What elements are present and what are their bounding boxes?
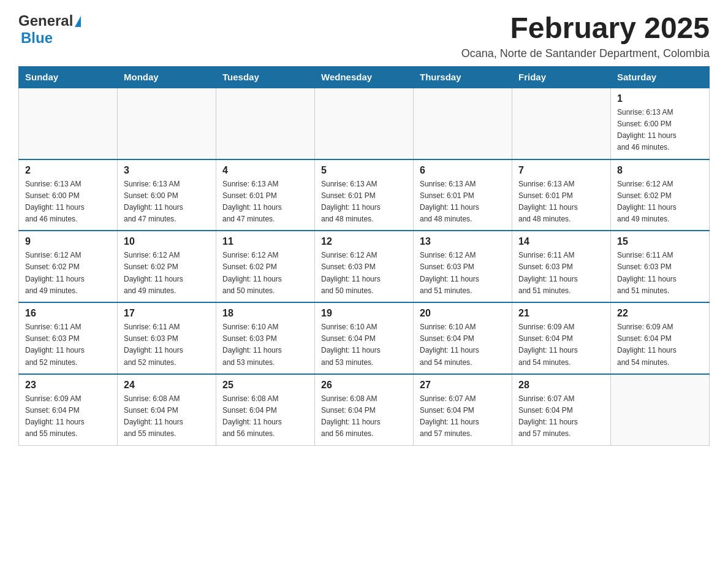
day-info: Sunrise: 6:11 AMSunset: 6:03 PMDaylight:… — [518, 250, 604, 297]
day-number: 14 — [518, 236, 604, 247]
day-number: 9 — [25, 236, 111, 247]
day-info: Sunrise: 6:07 AMSunset: 6:04 PMDaylight:… — [518, 393, 604, 440]
calendar-week-row: 1Sunrise: 6:13 AMSunset: 6:00 PMDaylight… — [19, 88, 710, 159]
calendar-day-cell — [118, 88, 216, 159]
col-wednesday: Wednesday — [315, 66, 414, 88]
calendar-day-cell: 7Sunrise: 6:13 AMSunset: 6:01 PMDaylight… — [512, 159, 611, 231]
day-info: Sunrise: 6:09 AMSunset: 6:04 PMDaylight:… — [617, 321, 703, 369]
page-header: General Blue February 2025 Ocana, Norte … — [18, 12, 710, 60]
calendar-week-row: 16Sunrise: 6:11 AMSunset: 6:03 PMDayligh… — [19, 302, 710, 374]
calendar-day-cell: 28Sunrise: 6:07 AMSunset: 6:04 PMDayligh… — [512, 374, 611, 445]
calendar-week-row: 23Sunrise: 6:09 AMSunset: 6:04 PMDayligh… — [19, 374, 710, 445]
calendar-day-cell: 2Sunrise: 6:13 AMSunset: 6:00 PMDaylight… — [19, 159, 118, 231]
calendar-day-cell: 6Sunrise: 6:13 AMSunset: 6:01 PMDaylight… — [414, 159, 512, 231]
calendar-day-cell: 11Sunrise: 6:12 AMSunset: 6:02 PMDayligh… — [216, 231, 315, 302]
day-number: 25 — [222, 380, 308, 391]
day-number: 7 — [518, 165, 604, 176]
calendar-day-cell: 16Sunrise: 6:11 AMSunset: 6:03 PMDayligh… — [19, 302, 118, 374]
col-tuesday: Tuesday — [216, 66, 315, 88]
location-subtitle: Ocana, Norte de Santander Department, Co… — [461, 47, 710, 60]
calendar-day-cell: 24Sunrise: 6:08 AMSunset: 6:04 PMDayligh… — [118, 374, 216, 445]
calendar-day-cell: 25Sunrise: 6:08 AMSunset: 6:04 PMDayligh… — [216, 374, 315, 445]
calendar-day-cell: 27Sunrise: 6:07 AMSunset: 6:04 PMDayligh… — [414, 374, 512, 445]
calendar-day-cell: 17Sunrise: 6:11 AMSunset: 6:03 PMDayligh… — [118, 302, 216, 374]
month-title: February 2025 — [461, 12, 710, 45]
calendar-day-cell: 5Sunrise: 6:13 AMSunset: 6:01 PMDaylight… — [315, 159, 414, 231]
col-thursday: Thursday — [414, 66, 512, 88]
calendar-day-cell: 14Sunrise: 6:11 AMSunset: 6:03 PMDayligh… — [512, 231, 611, 302]
calendar-day-cell — [19, 88, 118, 159]
logo-triangle-icon — [75, 16, 81, 27]
calendar-day-cell: 26Sunrise: 6:08 AMSunset: 6:04 PMDayligh… — [315, 374, 414, 445]
calendar-day-cell — [512, 88, 611, 159]
day-number: 27 — [420, 380, 506, 391]
logo: General Blue — [18, 12, 81, 47]
day-number: 6 — [420, 165, 506, 176]
calendar-day-cell: 21Sunrise: 6:09 AMSunset: 6:04 PMDayligh… — [512, 302, 611, 374]
calendar-day-cell: 23Sunrise: 6:09 AMSunset: 6:04 PMDayligh… — [19, 374, 118, 445]
logo-general-text: General — [18, 12, 73, 29]
day-number: 8 — [617, 165, 703, 176]
calendar-day-cell: 1Sunrise: 6:13 AMSunset: 6:00 PMDaylight… — [611, 88, 710, 159]
calendar-day-cell — [414, 88, 512, 159]
calendar-day-cell: 3Sunrise: 6:13 AMSunset: 6:00 PMDaylight… — [118, 159, 216, 231]
day-number: 18 — [222, 308, 308, 319]
calendar-day-cell: 18Sunrise: 6:10 AMSunset: 6:03 PMDayligh… — [216, 302, 315, 374]
day-info: Sunrise: 6:08 AMSunset: 6:04 PMDaylight:… — [321, 393, 407, 440]
day-number: 15 — [617, 236, 703, 247]
day-number: 12 — [321, 236, 407, 247]
calendar-day-cell: 12Sunrise: 6:12 AMSunset: 6:03 PMDayligh… — [315, 231, 414, 302]
calendar-day-cell: 15Sunrise: 6:11 AMSunset: 6:03 PMDayligh… — [611, 231, 710, 302]
day-number: 20 — [420, 308, 506, 319]
day-info: Sunrise: 6:12 AMSunset: 6:02 PMDaylight:… — [222, 250, 308, 297]
calendar-day-cell: 19Sunrise: 6:10 AMSunset: 6:04 PMDayligh… — [315, 302, 414, 374]
calendar-day-cell: 8Sunrise: 6:12 AMSunset: 6:02 PMDaylight… — [611, 159, 710, 231]
day-number: 21 — [518, 308, 604, 319]
day-number: 23 — [25, 380, 111, 391]
day-info: Sunrise: 6:13 AMSunset: 6:01 PMDaylight:… — [222, 178, 308, 226]
calendar-day-cell — [315, 88, 414, 159]
day-number: 16 — [25, 308, 111, 319]
day-info: Sunrise: 6:09 AMSunset: 6:04 PMDaylight:… — [518, 321, 604, 369]
day-info: Sunrise: 6:13 AMSunset: 6:01 PMDaylight:… — [321, 178, 407, 226]
calendar-day-cell: 9Sunrise: 6:12 AMSunset: 6:02 PMDaylight… — [19, 231, 118, 302]
day-number: 19 — [321, 308, 407, 319]
calendar-table: Sunday Monday Tuesday Wednesday Thursday… — [18, 66, 710, 446]
col-monday: Monday — [118, 66, 216, 88]
day-info: Sunrise: 6:13 AMSunset: 6:00 PMDaylight:… — [617, 107, 703, 154]
day-info: Sunrise: 6:11 AMSunset: 6:03 PMDaylight:… — [25, 321, 111, 369]
day-info: Sunrise: 6:13 AMSunset: 6:01 PMDaylight:… — [518, 178, 604, 226]
calendar-day-cell: 10Sunrise: 6:12 AMSunset: 6:02 PMDayligh… — [118, 231, 216, 302]
calendar-day-cell — [216, 88, 315, 159]
calendar-header-row: Sunday Monday Tuesday Wednesday Thursday… — [19, 66, 710, 88]
col-saturday: Saturday — [611, 66, 710, 88]
day-info: Sunrise: 6:13 AMSunset: 6:01 PMDaylight:… — [420, 178, 506, 226]
day-number: 17 — [124, 308, 210, 319]
day-info: Sunrise: 6:12 AMSunset: 6:02 PMDaylight:… — [124, 250, 210, 297]
day-number: 11 — [222, 236, 308, 247]
day-info: Sunrise: 6:12 AMSunset: 6:02 PMDaylight:… — [25, 250, 111, 297]
calendar-day-cell: 22Sunrise: 6:09 AMSunset: 6:04 PMDayligh… — [611, 302, 710, 374]
day-info: Sunrise: 6:08 AMSunset: 6:04 PMDaylight:… — [124, 393, 210, 440]
day-number: 2 — [25, 165, 111, 176]
day-info: Sunrise: 6:09 AMSunset: 6:04 PMDaylight:… — [25, 393, 111, 440]
day-info: Sunrise: 6:10 AMSunset: 6:03 PMDaylight:… — [222, 321, 308, 369]
day-info: Sunrise: 6:12 AMSunset: 6:03 PMDaylight:… — [321, 250, 407, 297]
day-info: Sunrise: 6:12 AMSunset: 6:02 PMDaylight:… — [617, 178, 703, 226]
day-number: 13 — [420, 236, 506, 247]
day-info: Sunrise: 6:10 AMSunset: 6:04 PMDaylight:… — [321, 321, 407, 369]
day-info: Sunrise: 6:08 AMSunset: 6:04 PMDaylight:… — [222, 393, 308, 440]
day-info: Sunrise: 6:07 AMSunset: 6:04 PMDaylight:… — [420, 393, 506, 440]
calendar-week-row: 2Sunrise: 6:13 AMSunset: 6:00 PMDaylight… — [19, 159, 710, 231]
day-info: Sunrise: 6:10 AMSunset: 6:04 PMDaylight:… — [420, 321, 506, 369]
calendar-day-cell: 4Sunrise: 6:13 AMSunset: 6:01 PMDaylight… — [216, 159, 315, 231]
day-info: Sunrise: 6:13 AMSunset: 6:00 PMDaylight:… — [124, 178, 210, 226]
calendar-day-cell: 13Sunrise: 6:12 AMSunset: 6:03 PMDayligh… — [414, 231, 512, 302]
day-number: 28 — [518, 380, 604, 391]
logo-blue-text: Blue — [21, 29, 53, 46]
day-number: 10 — [124, 236, 210, 247]
day-number: 1 — [617, 93, 703, 104]
col-sunday: Sunday — [19, 66, 118, 88]
calendar-day-cell: 20Sunrise: 6:10 AMSunset: 6:04 PMDayligh… — [414, 302, 512, 374]
day-number: 24 — [124, 380, 210, 391]
